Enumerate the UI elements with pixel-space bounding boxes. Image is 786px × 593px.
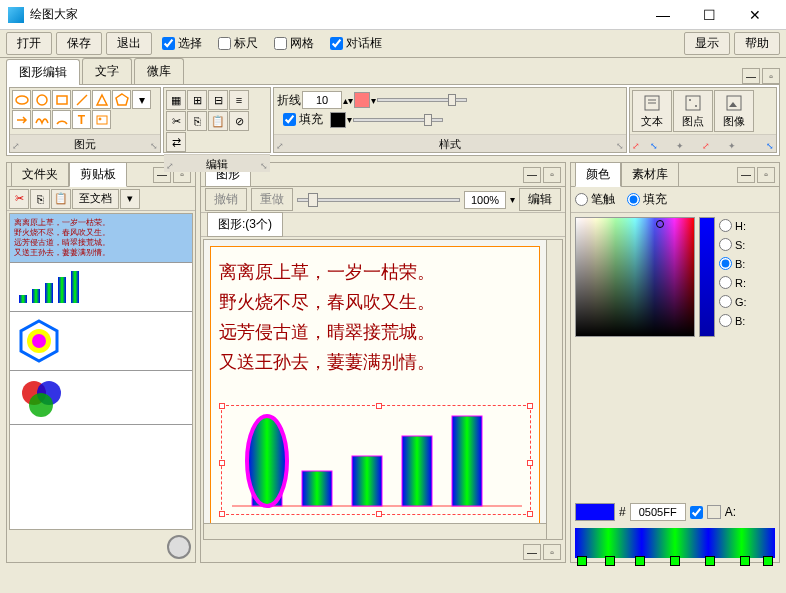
r-radio[interactable]: R: <box>719 276 747 289</box>
stroke-opacity-slider[interactable] <box>377 98 467 102</box>
canvas-area[interactable]: 离离原上草，一岁一枯荣。 野火烧不尽，春风吹又生。 远芳侵古道，晴翠接荒城。 又… <box>203 239 563 540</box>
clip-item-hexagon[interactable] <box>10 312 192 371</box>
grid-checkbox[interactable]: 网格 <box>268 35 320 52</box>
ribbon-min-button[interactable]: — <box>742 68 760 84</box>
copy-button[interactable]: ⎘ <box>187 111 207 131</box>
delete-button[interactable]: ⊘ <box>229 111 249 131</box>
zoom-input[interactable] <box>464 191 506 209</box>
help-button[interactable]: 帮助 <box>734 32 780 55</box>
close-button[interactable]: ✕ <box>732 0 778 30</box>
ellipse-tool[interactable] <box>12 90 31 109</box>
tab-text[interactable]: 文字 <box>82 58 132 84</box>
poem-text[interactable]: 离离原上草，一岁一枯荣。 野火烧不尽，春风吹又生。 远芳侵古道，晴翠接荒城。 又… <box>211 247 539 387</box>
triangle-tool[interactable] <box>92 90 111 109</box>
canvas-scrollbar-v[interactable] <box>546 240 562 539</box>
text-tool[interactable]: T <box>72 110 91 129</box>
app-icon <box>8 7 24 23</box>
fill-checkbox[interactable]: 填充 <box>277 111 329 128</box>
save-button[interactable]: 保存 <box>56 32 102 55</box>
pen-radio[interactable]: 笔触 <box>575 191 615 208</box>
tab-micro[interactable]: 微库 <box>134 58 184 84</box>
record-button[interactable] <box>167 535 191 559</box>
gradient-editor[interactable] <box>575 528 775 558</box>
circle-tool[interactable] <box>32 90 51 109</box>
tab-folders[interactable]: 文件夹 <box>11 162 69 187</box>
points-big-button[interactable]: 图点 <box>673 90 713 132</box>
cut-button[interactable]: ✂ <box>166 111 186 131</box>
clipboard-list[interactable]: 离离原上草，一岁一枯荣。野火烧不尽，春风吹又生。远芳侵古道，晴翠接荒城。又送王孙… <box>9 213 193 530</box>
tab-shape-edit[interactable]: 图形编辑 <box>6 59 80 85</box>
canvas-restore-button[interactable]: ▫ <box>543 167 561 183</box>
ribbon-close-button[interactable]: ▫ <box>762 68 780 84</box>
dialog-checkbox[interactable]: 对话框 <box>324 35 388 52</box>
show-button[interactable]: 显示 <box>684 32 730 55</box>
select-checkbox[interactable]: 选择 <box>156 35 208 52</box>
h-radio[interactable]: H: <box>719 219 747 232</box>
fill-color-swatch[interactable] <box>330 112 346 128</box>
redo-button[interactable]: 重做 <box>251 188 293 211</box>
b2-radio[interactable]: B: <box>719 314 747 327</box>
select-all-button[interactable]: ▦ <box>166 90 186 110</box>
hue-slider[interactable] <box>699 217 715 337</box>
alpha-label: A: <box>725 505 736 519</box>
right-min-button[interactable]: — <box>737 167 755 183</box>
chart-selection[interactable] <box>221 405 531 515</box>
canvas-foot-min-button[interactable]: — <box>523 544 541 560</box>
alpha-swatch[interactable] <box>707 505 721 519</box>
svg-marker-5 <box>116 94 128 105</box>
alpha-checkbox[interactable] <box>690 506 703 519</box>
canvas-min-button[interactable]: — <box>523 167 541 183</box>
clip-copy-button[interactable]: ⎘ <box>30 189 50 209</box>
b-radio[interactable]: B: <box>719 257 747 270</box>
clip-cut-button[interactable]: ✂ <box>9 189 29 209</box>
current-color-swatch[interactable] <box>575 503 615 521</box>
ungroup-button[interactable]: ⊟ <box>208 90 228 110</box>
undo-button[interactable]: 撤销 <box>205 188 247 211</box>
zoom-slider[interactable] <box>297 198 460 202</box>
exit-button[interactable]: 退出 <box>106 32 152 55</box>
canvas-foot-restore-button[interactable]: ▫ <box>543 544 561 560</box>
image-big-button[interactable]: 图像 <box>714 90 754 132</box>
canvas-scrollbar-h[interactable] <box>204 523 546 539</box>
text-big-button[interactable]: 文本 <box>632 90 672 132</box>
edit-button[interactable]: 编辑 <box>519 188 561 211</box>
polyline-input[interactable] <box>302 91 342 109</box>
line-tool[interactable] <box>72 90 91 109</box>
canvas-content[interactable]: 离离原上草，一岁一枯荣。 野火烧不尽，春风吹又生。 远芳侵古道，晴翠接荒城。 又… <box>210 246 540 526</box>
fill-opacity-slider[interactable] <box>353 118 443 122</box>
clip-paste-button[interactable]: 📋 <box>51 189 71 209</box>
svg-marker-4 <box>97 95 107 105</box>
tab-color[interactable]: 颜色 <box>575 162 621 187</box>
clip-item-chart[interactable] <box>10 263 192 312</box>
prev-clip-button[interactable] <box>143 537 163 557</box>
align-button[interactable]: ≡ <box>229 90 249 110</box>
polygon-tool[interactable] <box>112 90 131 109</box>
hex-input[interactable] <box>630 503 686 521</box>
more-shapes-button[interactable]: ▾ <box>132 90 151 109</box>
arc-tool[interactable] <box>52 110 71 129</box>
minimize-button[interactable]: — <box>640 0 686 30</box>
ruler-checkbox[interactable]: 标尺 <box>212 35 264 52</box>
shapes-count-tab[interactable]: 图形:(3个) <box>207 212 283 237</box>
g-radio[interactable]: G: <box>719 295 747 308</box>
right-restore-button[interactable]: ▫ <box>757 167 775 183</box>
s-radio[interactable]: S: <box>719 238 747 251</box>
image-tool[interactable] <box>92 110 111 129</box>
open-button[interactable]: 打开 <box>6 32 52 55</box>
group-button[interactable]: ⊞ <box>187 90 207 110</box>
fill-radio[interactable]: 填充 <box>627 191 667 208</box>
color-picker-area[interactable] <box>575 217 695 337</box>
tab-clipboard[interactable]: 剪贴板 <box>69 162 127 187</box>
clip-item-circles[interactable] <box>10 371 192 425</box>
stroke-color-swatch[interactable] <box>354 92 370 108</box>
flip-button[interactable]: ⇄ <box>166 132 186 152</box>
clip-item-poem[interactable]: 离离原上草，一岁一枯荣。野火烧不尽，春风吹又生。远芳侵古道，晴翠接荒城。又送王孙… <box>10 214 192 263</box>
arrow-tool[interactable] <box>12 110 31 129</box>
maximize-button[interactable]: ☐ <box>686 0 732 30</box>
clip-dropdown-button[interactable]: ▾ <box>120 189 140 209</box>
to-doc-button[interactable]: 至文档 <box>72 189 119 209</box>
rect-tool[interactable] <box>52 90 71 109</box>
tab-material[interactable]: 素材库 <box>621 162 679 187</box>
wave-tool[interactable] <box>32 110 51 129</box>
paste-button[interactable]: 📋 <box>208 111 228 131</box>
